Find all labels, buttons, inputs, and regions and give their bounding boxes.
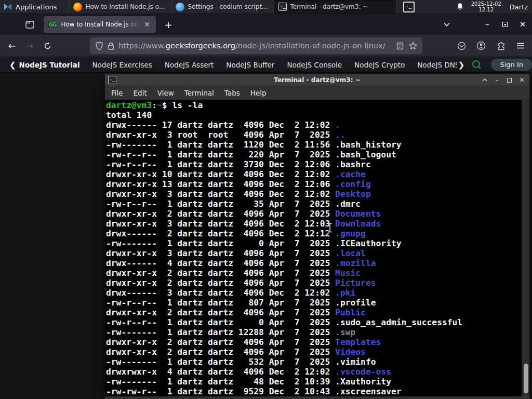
extensions-puzzle-icon[interactable]: [493, 38, 509, 54]
nav-item-nodejs-console[interactable]: NodeJS Console: [287, 61, 342, 69]
nav-next-chevron-icon[interactable]: ❯: [458, 60, 465, 70]
terminal-bottom-edge[interactable]: [105, 396, 529, 399]
terminal-output-line: drwxr-xr-x 2 dartz dartz 4096 Apr 7 2025…: [106, 308, 521, 317]
notifications-bell-icon[interactable]: [456, 3, 464, 11]
file-attributes: drwxr-xr-x 3 root root 4096 Apr 7 2025: [106, 130, 335, 140]
terminal-window: ›_ Terminal - dartz@vm3: ~ – ✕ FileEditV…: [105, 74, 529, 399]
directory-name: .cache: [335, 169, 366, 179]
hamburger-menu-icon[interactable]: [513, 38, 528, 54]
file-name: .bash_history: [335, 140, 401, 150]
list-all-tabs-chevron-icon[interactable]: [440, 17, 454, 32]
tray-terminal-icon[interactable]: ›_: [403, 2, 415, 12]
taskbar-button-firefox[interactable]: How to Install Node.js o...: [69, 0, 171, 14]
terminal-content[interactable]: dartz@vm3:~$ ls -la total 140 drwx------…: [105, 100, 529, 396]
text-cursor-pointer: [327, 223, 333, 233]
account-icon[interactable]: [473, 38, 489, 54]
terminal-output-line: drwxr-xr-x 3 dartz dartz 4096 Apr 7 2025…: [106, 248, 521, 258]
clock-time: 12:12: [471, 7, 501, 12]
nav-item-nodejs-assert[interactable]: NodeJS Assert: [165, 61, 214, 69]
file-attributes: drwx------ 2 dartz dartz 4096 Dec 2 12:1…: [106, 229, 335, 238]
terminal-output-line: -rw-rw-r-- 1 dartz dartz 9529 Dec 2 10:4…: [106, 387, 521, 396]
directory-name: .local: [335, 248, 366, 258]
toolbar-icons: [454, 38, 528, 54]
terminal-scrollbar-thumb[interactable]: [524, 364, 528, 393]
taskbar-button-terminal[interactable]: ›_Terminal - dartz@vm3: ~: [274, 0, 397, 14]
new-tab-button[interactable]: +: [161, 17, 176, 32]
terminal-menu-view[interactable]: View: [152, 89, 179, 97]
file-name: .profile: [335, 298, 376, 308]
terminal-menu-tabs[interactable]: Tabs: [219, 89, 245, 97]
terminal-output-line: drwxr-xr-x 10 dartz dartz 4096 Dec 2 12:…: [106, 169, 521, 179]
file-attributes: drwx------ 4 dartz dartz 4096 Apr 7 2025: [106, 258, 335, 268]
pocket-icon[interactable]: [454, 38, 469, 54]
nav-item-nodejs-buffer[interactable]: NodeJS Buffer: [226, 61, 274, 69]
back-button[interactable]: ←: [4, 38, 20, 54]
terminal-output-line: drwxr-xr-x 2 dartz dartz 4096 Apr 7 2025…: [106, 278, 521, 288]
nav-item-nodejs-crypto[interactable]: NodeJS Crypto: [354, 61, 405, 69]
terminal-menu-file[interactable]: File: [106, 89, 128, 97]
terminal-minimize-button[interactable]: –: [494, 77, 500, 84]
nav-item-nodejs-exercises[interactable]: NodeJS Exercises: [92, 61, 152, 69]
https-lock-icon[interactable]: [108, 42, 114, 50]
file-attributes: -rw------- 1 dartz dartz 0 Apr 7 2025: [106, 238, 335, 248]
terminal-scrollbar[interactable]: [522, 100, 529, 396]
directory-name: .gnupg: [335, 229, 366, 238]
terminal-close-button[interactable]: ✕: [518, 77, 525, 84]
reader-mode-icon[interactable]: [396, 42, 404, 50]
nav-back-chevron-icon[interactable]: ❮: [9, 60, 16, 70]
terminal-output-line: drwxr-xr-x 3 dartz dartz 4096 Dec 2 12:0…: [106, 219, 521, 229]
bookmark-star-icon[interactable]: [409, 42, 417, 50]
terminal-menu-edit[interactable]: Edit: [128, 89, 152, 97]
url-text[interactable]: https://www.geeksforgeeks.org/node-js/in…: [118, 42, 391, 50]
taskbar-button-vscodium[interactable]: Settings - codium script...: [171, 0, 274, 14]
terminal-output-line: -rw-r--r-- 1 dartz dartz 0 Apr 7 2025 .s…: [106, 317, 521, 327]
url-scheme: https://www.: [118, 42, 166, 50]
terminal-title-bar[interactable]: ›_ Terminal - dartz@vm3: ~ – ✕: [105, 74, 529, 86]
file-attributes: drwxr-xr-x 2 dartz dartz 4096 Apr 7 2025: [106, 268, 335, 278]
nav-item-nodejs-tutorial[interactable]: NodeJS Tutorial: [19, 61, 80, 69]
tracking-protection-shield-icon[interactable]: [95, 42, 103, 50]
window-maximize-button[interactable]: [498, 17, 512, 32]
terminal-maximize-button[interactable]: [506, 77, 513, 84]
terminal-menu-bar: FileEditViewTerminalTabsHelp: [105, 86, 529, 100]
terminal-output-line: drwx------ 2 dartz dartz 4096 Dec 2 12:1…: [106, 229, 521, 238]
terminal-output-line: -rw-r--r-- 1 dartz dartz 220 Apr 7 2025 …: [106, 150, 521, 159]
nav-items: NodeJS ExercisesNodeJS AssertNodeJS Buff…: [92, 61, 457, 69]
browser-tab-active[interactable]: GG How to Install Node.js on ✕: [44, 16, 156, 33]
prompt-command: $ ls -la: [162, 100, 203, 110]
url-bar[interactable]: https://www.geeksforgeeks.org/node-js/in…: [90, 37, 422, 54]
file-attributes: drwxr-xr-x 2 dartz dartz 4096 Apr 7 2025: [106, 209, 335, 219]
window-minimize-button[interactable]: –: [480, 17, 495, 32]
file-attributes: -rw-r--r-- 1 dartz dartz 807 Apr 7 2025: [106, 298, 335, 308]
directory-name: .mozilla: [335, 258, 376, 268]
nav-item-nodejs-dns[interactable]: NodeJS DNS: [417, 61, 457, 69]
directory-name: Pictures: [335, 278, 376, 288]
system-tray: ›_ 2025-12-02 12:12 Dartz: [403, 0, 532, 14]
applications-menu-button[interactable]: Applications: [0, 0, 69, 14]
terminal-shade-button[interactable]: [481, 77, 488, 84]
site-search-icon[interactable]: [472, 60, 482, 70]
directory-name: Downloads: [335, 219, 381, 229]
terminal-menu-terminal[interactable]: Terminal: [179, 89, 219, 97]
panel-clock[interactable]: 2025-12-02 12:12: [471, 1, 501, 12]
file-attributes: drwx------ 3 dartz dartz 4096 Dec 2 12:0…: [106, 288, 335, 298]
vscodium-icon: [176, 3, 184, 11]
sign-in-button[interactable]: Sign In: [491, 59, 532, 71]
applications-menu-label: Applications: [16, 3, 57, 11]
file-name: .ICEauthority: [335, 238, 401, 248]
terminal-output-line: -rw-r--r-- 1 dartz dartz 35 Apr 7 2025 .…: [106, 199, 521, 209]
directory-name: Documents: [335, 209, 381, 219]
reload-button[interactable]: [39, 38, 55, 54]
window-close-button[interactable]: ✕: [515, 17, 530, 32]
terminal-menu-help[interactable]: Help: [245, 89, 272, 97]
directory-name: Desktop: [335, 189, 371, 199]
tab-close-icon[interactable]: ✕: [142, 20, 152, 29]
firefox-view-icon[interactable]: [23, 18, 36, 31]
forward-button[interactable]: →: [22, 38, 37, 54]
file-attributes: drwxr-xr-x 2 dartz dartz 4096 Apr 7 2025: [106, 337, 335, 347]
file-attributes: -rw------- 1 dartz dartz 12288 Apr 7 202…: [106, 327, 335, 337]
terminal-output-line: drwxr-xr-x 2 dartz dartz 4096 Apr 7 2025…: [106, 209, 521, 219]
directory-name: Music: [335, 268, 361, 278]
terminal-icon: ›_: [278, 3, 287, 11]
directory-name: .: [335, 120, 340, 130]
